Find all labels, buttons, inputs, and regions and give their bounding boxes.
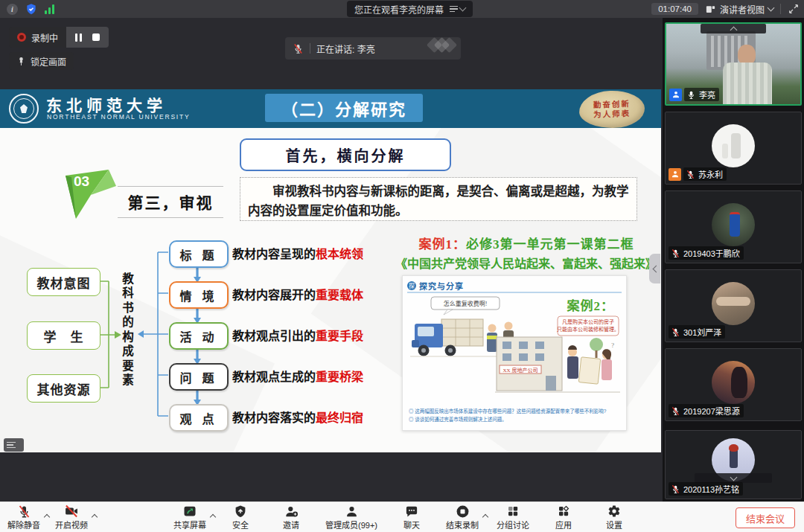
presentation-slide: 东北师范大学 NORTHEAST NORMAL UNIVERSITY （二）分解… — [0, 89, 661, 452]
stop-recording-button[interactable] — [92, 33, 100, 41]
camera-off-icon — [64, 504, 79, 519]
active-speaker-pill: 正在讲话: 李亮 — [285, 37, 461, 60]
element-desc-row: 教材内容落实的最终归宿 — [232, 404, 411, 429]
step-arrow-shape — [64, 168, 118, 220]
participant-avatar — [712, 282, 755, 325]
chat-icon — [405, 504, 418, 519]
view-mode-selector[interactable]: 演讲者视图 — [705, 3, 773, 16]
textbook-questions: ◎ 这两幅图反映出市场体系建设中存在哪些问题？这些问题给资源配置带来了哪些不利影… — [409, 407, 622, 423]
left-box-intent: 教材意图 — [27, 268, 100, 296]
scroll-up-button[interactable] — [701, 24, 766, 33]
start-video-button[interactable]: 开启视频 — [55, 504, 88, 531]
mic-muted-icon — [671, 406, 680, 416]
mic-on-icon — [686, 90, 696, 100]
recording-bar: 录制中 — [9, 27, 109, 48]
element-desc-row: 教材内容呈现的根本统领 — [232, 240, 411, 265]
element-box-title: 标 题 — [169, 240, 229, 268]
participant-tile[interactable]: 301刘严泽 — [665, 269, 802, 342]
mic-muted-icon — [671, 249, 680, 258]
network-signal-icon[interactable] — [43, 3, 56, 16]
estate-illustration: 凡是购买本公司的房子 只能由本公司装修和管理。 XX 房地产公司 ? — [494, 315, 622, 406]
participant-name: 301刘严泽 — [683, 326, 721, 338]
layout-icon — [705, 4, 716, 15]
invite-person-icon — [284, 504, 299, 519]
share-screen-icon — [182, 504, 197, 519]
slide-review-text: 审视教科书内容与新课标的距离，是契合、偏离或是超越，为教学内容的设置厘定价值和功… — [240, 177, 637, 221]
university-name-cn: 东北师范大学 — [46, 93, 167, 115]
settings-button[interactable]: 设置 — [598, 504, 631, 531]
chat-button[interactable]: 聊天 — [395, 504, 428, 531]
participant-name: 苏永利 — [698, 168, 723, 180]
participant-avatar — [712, 203, 755, 246]
left-box-students: 学 生 — [27, 321, 100, 350]
mic-muted-icon — [671, 484, 680, 494]
stop-record-icon — [456, 504, 470, 519]
lock-view-label: 锁定画面 — [31, 55, 66, 68]
meeting-timer: 01:07:40 — [651, 3, 698, 15]
left-box-other-resources: 其他资源 — [27, 374, 100, 403]
participant-name: 2019403于鹏欣 — [683, 247, 740, 259]
mic-muted-icon — [293, 43, 304, 54]
invite-button[interactable]: 邀请 — [275, 504, 307, 531]
stone-motto-line2: 为人师表 — [593, 109, 631, 120]
apps-button[interactable]: 应用 — [547, 504, 580, 531]
chevron-up-icon[interactable] — [92, 509, 97, 522]
manage-members-button[interactable]: 管理成员(99+) — [325, 504, 377, 531]
fullscreen-icon[interactable] — [788, 3, 800, 15]
svg-text:凡是购买本公司的房子: 凡是购买本公司的房子 — [562, 318, 614, 325]
view-mode-label: 演讲者视图 — [720, 3, 765, 16]
participant-name: 2019207梁思源 — [683, 405, 740, 417]
watermark-diamonds — [433, 39, 455, 51]
members-icon — [345, 504, 359, 519]
svg-text:?: ? — [611, 342, 614, 349]
watching-screen-text: 您正在观看李亮的屏幕 — [354, 3, 444, 16]
chevron-up-icon[interactable] — [211, 509, 215, 522]
end-recording-button[interactable]: 结束录制 — [446, 504, 479, 531]
security-button[interactable]: 安全 — [224, 504, 257, 531]
share-screen-button[interactable]: 共享屏幕 — [173, 504, 206, 531]
svg-text:XX 房地产公司: XX 房地产公司 — [503, 367, 538, 374]
svg-text:只能由本公司装修和管理。: 只能由本公司装修和管理。 — [557, 326, 619, 333]
pin-icon — [16, 57, 26, 66]
participant-avatar — [712, 124, 755, 167]
explore-icon: 探 — [407, 281, 416, 290]
pause-recording-button[interactable] — [75, 33, 82, 42]
participant-avatar — [712, 361, 755, 404]
shared-screen-stage: 录制中 锁定画面 正在讲话: 李亮 东北师范大学 NORTHEAST NORMA… — [0, 18, 663, 502]
step-label: 第三，审视 — [118, 186, 223, 218]
element-desc-row: 教材观点生成的重要桥梁 — [232, 363, 411, 388]
vertical-axis-label: 教科书的构成要素 — [116, 272, 137, 411]
watching-screen-tooltip: 您正在观看李亮的屏幕 — [347, 1, 473, 17]
chevron-up-icon[interactable] — [483, 509, 488, 522]
participant-tile[interactable]: 2019403于鹏欣 — [665, 190, 802, 263]
lock-view-button[interactable]: 锁定画面 — [9, 52, 74, 70]
slide-subtitle-box: 首先，横向分解 — [240, 138, 451, 171]
case2-label: 案例2： — [567, 295, 615, 314]
sidebar-collapse-handle[interactable] — [649, 254, 660, 283]
breakout-rooms-button[interactable]: 分组讨论 — [497, 504, 529, 531]
participant-tile[interactable]: 2019207梁思源 — [665, 348, 802, 421]
meeting-info-icon[interactable]: i — [6, 3, 19, 16]
chevron-up-icon[interactable] — [45, 509, 49, 522]
end-meeting-button[interactable]: 结束会议 — [736, 507, 795, 528]
gear-icon — [607, 504, 621, 519]
meeting-protect-shield-icon[interactable] — [25, 3, 37, 16]
view-options-icon[interactable] — [450, 6, 465, 13]
participant-tile[interactable]: 李亮 — [665, 22, 802, 106]
participants-sidebar: 李亮 苏永利 2019403于鹏欣 — [663, 18, 804, 502]
participant-tile[interactable]: 苏永利 — [665, 112, 802, 185]
unmute-button[interactable]: 解除静音 — [7, 504, 40, 531]
bottom-toolbar: 解除静音 开启视频 共享屏幕 安全 邀请 — [0, 501, 804, 532]
element-desc-row: 教材内容展开的重要载体 — [232, 281, 411, 306]
mic-muted-icon — [671, 327, 680, 337]
cohost-badge — [669, 168, 681, 181]
case1-text: 案例1：必修3第一单元第一课第二框 《中国共产党领导人民站起来、富起来、强起来》 — [393, 234, 660, 272]
annotation-tools-button[interactable] — [4, 438, 24, 452]
recording-dot-icon — [17, 33, 26, 42]
apps-icon — [557, 504, 570, 519]
textbook-section-header: 探 探究与分享 — [407, 279, 622, 293]
element-desc-row: 教材观点引出的重要手段 — [232, 322, 411, 347]
meeting-window: i 您正在观看李亮的屏幕 01:07:40 演讲者视图 — [0, 0, 804, 532]
participant-tile[interactable]: 2020113孙艺铭 — [665, 430, 802, 499]
participant-name: 2020113孙艺铭 — [683, 483, 739, 495]
